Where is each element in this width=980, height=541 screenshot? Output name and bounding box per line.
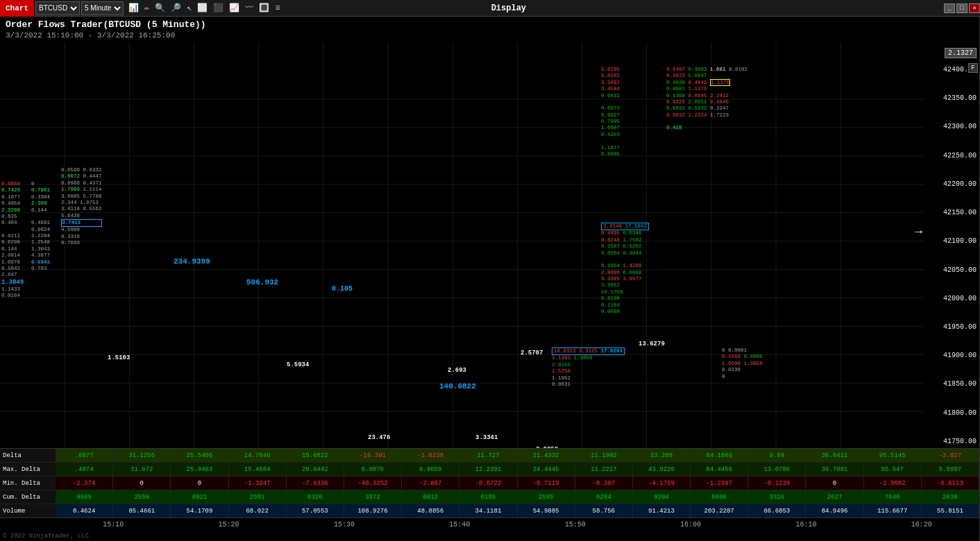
volume-cell-8: 54.9885 xyxy=(518,504,575,517)
delta-cell-15: -3.027 xyxy=(922,449,979,462)
chart-date-range: 3/3/2022 15:10:00 - 3/3/2022 16:25:00 xyxy=(6,31,974,40)
number-23476: 23.476 xyxy=(368,434,390,442)
volume-row: Volume 0.4624 85.4661 54.1709 68.022 57.… xyxy=(0,504,979,518)
time-1600: 16:00 xyxy=(633,521,748,529)
price-axis-wrapper: 2.1327 42400.00 42350.00 42300.00 42250.… xyxy=(924,42,979,448)
volume-cell-5: 108.9276 xyxy=(344,504,402,517)
volume-cell-12: 66.6853 xyxy=(748,504,806,517)
price-42350: 42350.00 xyxy=(924,94,979,102)
maxdelta-cell-12: 13.0786 xyxy=(748,463,806,476)
draw-icon[interactable]: ✏️ xyxy=(142,3,151,13)
time-1540: 15:40 xyxy=(402,521,517,529)
volume-cell-14: 115.6677 xyxy=(864,504,922,517)
chart-body[interactable]: 0.8858 0.7429 0.1077 0.4954 2.3209 0.625… xyxy=(0,42,979,448)
close-button[interactable]: ✕ xyxy=(969,3,980,13)
cumdelta-label: Cum. Delta xyxy=(0,490,56,504)
price-42150: 42150.00 xyxy=(924,209,979,216)
large-number-234: 234.9399 xyxy=(174,257,210,267)
price-41900: 41900.00 xyxy=(924,352,979,359)
delta-cell-2: 25.5406 xyxy=(171,449,228,462)
delta-cell-1: 31.1255 xyxy=(113,449,171,462)
cumdelta-cell-5: 3372 xyxy=(344,490,402,504)
volume-cell-11: 203.2207 xyxy=(691,504,748,517)
cumdelta-cell-3: 2581 xyxy=(229,490,287,504)
mindelta-cell-4: -7.6336 xyxy=(287,476,344,490)
flow-col-2: 0.0599 0.0332 0.8072 0.4447 0.8966 0.437… xyxy=(61,167,102,247)
time-1620: 16:20 xyxy=(864,521,979,529)
volume-cell-3: 68.022 xyxy=(229,504,287,517)
delta-cell-6: -1.0238 xyxy=(402,449,459,462)
cumdelta-cell-2: 0921 xyxy=(171,490,228,504)
cumdelta-cell-1: 2556 xyxy=(113,490,171,504)
number-136279: 13.6279 xyxy=(639,341,665,348)
toolbar-icons: 📊 ✏️ 🔍 🔎 ↖ ⬜ ⬛ 📈 〰 🔳 ≡ xyxy=(126,3,282,13)
line-icon[interactable]: 📈 xyxy=(227,3,242,13)
delta-cell-3: 14.7046 xyxy=(229,449,287,462)
volume-cell-15: 55.8151 xyxy=(922,504,979,517)
price-42050: 42050.00 xyxy=(924,266,979,274)
flow-col-1b: 0 0.7961 0.3304 2.309 0.144 0.4881 0.902… xyxy=(31,181,50,272)
grid-icon[interactable]: 🔳 xyxy=(257,3,271,13)
delta-cell-14: 95.5145 xyxy=(864,449,922,462)
volume-cell-1: 85.4661 xyxy=(113,504,171,517)
price-41750: 41750.00 xyxy=(924,438,979,445)
maxdelta-cell-2: 25.9463 xyxy=(171,463,228,476)
volume-cell-2: 54.1709 xyxy=(171,504,228,517)
price-42200: 42200.00 xyxy=(924,180,979,188)
chart-header: Order Flows Trader(BTCUSD (5 Minute)) 3/… xyxy=(0,17,979,42)
number-1503: 1.5103 xyxy=(108,354,130,362)
maxdelta-cell-0: .4874 xyxy=(56,463,113,476)
chart-tab[interactable]: Chart xyxy=(0,0,34,17)
cumdelta-row: Cum. Delta 9665 2556 0921 2581 6326 3372… xyxy=(0,490,979,504)
bar-chart-icon[interactable]: 📊 xyxy=(126,3,141,13)
time-1510: 15:10 xyxy=(56,521,171,529)
list-icon[interactable]: ≡ xyxy=(273,3,282,13)
mindelta-cell-14: -2.9082 xyxy=(864,476,922,490)
chart-canvas: 0.8858 0.7429 0.1077 0.4954 2.3209 0.625… xyxy=(0,42,924,448)
window-controls: _ □ ✕ xyxy=(944,3,980,13)
zoom-out-icon[interactable]: 🔎 xyxy=(169,3,183,13)
delta-cell-13: 36.9411 xyxy=(806,449,863,462)
cumdelta-cells: 9665 2556 0921 2581 6326 3372 6012 0195 … xyxy=(56,490,979,504)
cumdelta-cell-6: 6012 xyxy=(402,490,459,504)
volume-cells: 0.4624 85.4661 54.1709 68.022 57.0553 10… xyxy=(56,504,979,517)
cumdelta-cell-10: 9204 xyxy=(633,490,691,504)
flow-col-1: 0.8858 0.7429 0.1077 0.4954 2.3209 0.625… xyxy=(1,181,24,300)
mindelta-cell-0: -2.374 xyxy=(56,476,113,490)
f-button[interactable]: F xyxy=(968,63,978,73)
maxdelta-cell-1: 31.672 xyxy=(113,463,171,476)
time-1610: 16:10 xyxy=(748,521,863,529)
volume-cell-6: 48.8856 xyxy=(402,504,459,517)
zoom-in-icon[interactable]: 🔍 xyxy=(153,3,167,13)
delta-cell-9: 11.1902 xyxy=(575,449,633,462)
mindelta-cell-12: -0.1239 xyxy=(748,476,806,490)
number-3341: 3.3341 xyxy=(475,434,498,442)
flow-col-16h: 5.0295 5.0202 3.5092 3.4584 0.6632 0.667… xyxy=(601,67,620,157)
timeframe-select[interactable]: 5 Minute xyxy=(81,1,124,15)
wave-icon[interactable]: 〰 xyxy=(243,3,255,13)
maxdelta-row: Max. Delta .4874 31.672 25.9463 15.4664 … xyxy=(0,463,979,476)
maxdelta-cell-8: 24.4445 xyxy=(518,463,575,476)
flow-col-right: 0.6497 0.3663 1.681 0.0102 0.3923 5.0047… xyxy=(666,67,747,132)
cursor-icon[interactable]: ↖ xyxy=(185,3,194,13)
volume-cell-10: 91.4213 xyxy=(633,504,691,517)
mindelta-row: Min. Delta -2.374 0 0 -1.3247 -7.6336 -4… xyxy=(0,476,979,490)
volume-cell-13: 84.9496 xyxy=(806,504,863,517)
maxdelta-cell-11: 84.4456 xyxy=(691,463,748,476)
mindelta-cell-3: -1.3247 xyxy=(229,476,287,490)
rect-icon[interactable]: ⬜ xyxy=(195,3,210,13)
maximize-button[interactable]: □ xyxy=(956,3,968,13)
flow-col-16h-2: 3.4148 17.5842 0.4895 0.6346 0.8246 1.75… xyxy=(601,223,649,315)
mindelta-cell-7: -0.6722 xyxy=(459,476,517,490)
maxdelta-cell-9: 11.2217 xyxy=(575,463,633,476)
mindelta-label: Min. Delta xyxy=(0,476,56,490)
cumdelta-cell-0: 9665 xyxy=(56,490,113,504)
price-41850: 41850.00 xyxy=(924,380,979,388)
cumdelta-cell-7: 0195 xyxy=(459,490,517,504)
fill-icon[interactable]: ⬛ xyxy=(211,3,226,13)
scroll-right-arrow[interactable]: → xyxy=(915,225,922,239)
current-price-box: 2.1327 xyxy=(945,48,977,58)
minimize-button[interactable]: _ xyxy=(944,3,955,13)
symbol-select[interactable]: BTCUSD xyxy=(35,1,80,15)
cumdelta-cell-9: 6284 xyxy=(575,490,633,504)
